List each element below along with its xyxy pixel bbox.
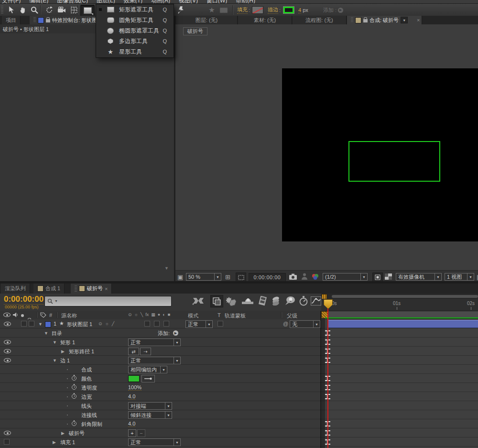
layer-mode-select[interactable]: 正常▼ (185, 320, 213, 328)
value-stroke-width[interactable]: 4.0 (128, 393, 135, 400)
motion-blur-icon[interactable] (242, 297, 253, 306)
layer-switch-icon[interactable]: ☼ (105, 321, 109, 326)
layer-switch-box[interactable] (144, 321, 150, 327)
stopwatch-icon[interactable] (72, 421, 76, 426)
expand-arrow[interactable]: ▶ (53, 440, 56, 445)
property-name-fill-1[interactable]: 填充 1 (60, 439, 75, 446)
menu-window[interactable]: 窗口(W) (206, 0, 227, 4)
parent-column-label[interactable]: 父级 (287, 312, 297, 319)
menu-file[interactable]: 文件(F) (2, 0, 21, 4)
color-pickwhip-button[interactable] (141, 375, 155, 382)
select-line-join[interactable]: 倾斜连接▼ (128, 411, 172, 419)
tab-comp1-timeline[interactable]: 合成 1 (33, 284, 65, 294)
property-name-rect-1[interactable]: 矩形 1 (60, 339, 75, 346)
comp-flowchart-icon[interactable] (192, 296, 205, 306)
select-rect-1[interactable]: 正常▼ (128, 339, 181, 346)
path-direction-button[interactable]: ⇢ (140, 348, 151, 355)
tab-render-queue[interactable]: 渲染队列 (1, 284, 30, 294)
auto-keyframe-icon[interactable] (299, 296, 308, 307)
property-name-line-cap[interactable]: 线头 (81, 403, 92, 410)
eye-toggle[interactable] (4, 322, 11, 326)
parent-pickwhip-icon[interactable]: @ (283, 321, 288, 327)
property-name-composite[interactable]: 合成 (81, 366, 92, 373)
fill-swatch[interactable] (252, 5, 263, 15)
menu-item-rect-tool[interactable]: 矩形遮罩工具 Q (96, 4, 174, 15)
zoom-select[interactable]: 50 %▼ (186, 273, 221, 281)
tab-layer-viewer[interactable]: 图层: (无) (176, 16, 238, 24)
menu-bar[interactable]: 文件(F) 编辑(E) 图像合成(C) 图层(L) 效果(T) 动画(A) 视图… (0, 0, 478, 4)
pan-behind-tool[interactable] (68, 5, 80, 15)
stroke-label[interactable]: 描边: (268, 5, 281, 15)
hand-tool[interactable] (17, 5, 29, 15)
channels-icon[interactable] (312, 273, 319, 281)
tab-dash-timeline[interactable]: 破折号 × (71, 284, 112, 294)
transparency-grid-icon[interactable] (385, 273, 392, 280)
selection-tool[interactable] (6, 5, 17, 15)
stroke-width-value[interactable]: 4 px (298, 5, 308, 15)
dash-add-button[interactable]: + (128, 429, 136, 437)
eye-toggle-off[interactable] (4, 439, 10, 445)
property-name-line-join[interactable]: 连接线 (81, 412, 97, 419)
graph-editor-icon[interactable] (311, 296, 321, 306)
menu-item-ellipse-tool[interactable]: 椭圆形遮罩工具 Q (96, 25, 174, 36)
rectangle-tool-button[interactable] (80, 5, 95, 16)
menu-animation[interactable]: 动画(A) (151, 0, 170, 4)
shy-layers-icon[interactable] (210, 295, 223, 307)
view-layout-select[interactable]: 1 视图▼ (445, 273, 474, 281)
menu-item-rounded-rect-tool[interactable]: 圆角矩形工具 Q (96, 15, 174, 25)
eye-toggle[interactable] (4, 349, 11, 353)
eye-toggle[interactable] (4, 358, 11, 362)
layer-switch-box[interactable] (163, 321, 169, 327)
color-swatch[interactable] (128, 375, 140, 382)
frame-blend-icon[interactable] (226, 296, 237, 307)
snapshot-camera-icon[interactable] (289, 273, 297, 281)
tab-menu-arrow[interactable]: ▼ (401, 17, 408, 23)
property-name-stroke-width[interactable]: 边宽 (81, 393, 92, 401)
puppet-pin-tool[interactable] (175, 5, 187, 15)
layer-expander[interactable]: ▼ (38, 322, 43, 327)
property-name-dashes[interactable]: 破折号 (69, 430, 85, 437)
property-name-stroke-1[interactable]: 边 1 (60, 357, 70, 364)
property-name-color[interactable]: 颜色 (81, 375, 92, 382)
tab-footage-viewer[interactable]: 素材: (无) (238, 16, 292, 24)
menu-view[interactable]: 视图(V) (179, 0, 198, 4)
layer-switch-icon[interactable]: ⊙ (98, 321, 102, 326)
select-composite[interactable]: 相同编组内▼ (128, 366, 167, 373)
stopwatch-icon[interactable] (72, 394, 76, 399)
menu-effect[interactable]: 效果(T) (124, 0, 142, 4)
work-area-bar[interactable] (325, 311, 478, 317)
mode-column-label[interactable]: 模式 (188, 312, 198, 319)
lock-icon[interactable] (363, 19, 368, 22)
layer-label-chip[interactable] (45, 321, 51, 328)
safe-margins-icon[interactable]: ⊞ (225, 273, 230, 281)
layer-name[interactable]: 形状图层 1 (67, 321, 92, 328)
film-strip-icon[interactable] (258, 296, 268, 307)
view-name-button[interactable]: 破折号 (183, 27, 207, 35)
tab-project[interactable]: 项目 (2, 16, 21, 24)
current-timecode[interactable]: 0:00:00:00 (4, 295, 43, 305)
viewer-timecode[interactable]: 0:00:00:00 (249, 273, 286, 282)
parent-select[interactable]: 无▼ (290, 320, 320, 328)
expand-arrow[interactable]: ▶ (61, 349, 65, 354)
track-matte-column-label[interactable]: 轨道蒙板 (225, 312, 246, 319)
select-line-cap[interactable]: 对接端▼ (128, 402, 172, 410)
property-name-contents[interactable]: 目录 (52, 330, 62, 337)
panel-grip[interactable] (33, 17, 36, 23)
shape-stroke-rectangle[interactable] (348, 141, 440, 182)
property-name-miter-limit[interactable]: 斜角限制 (81, 421, 102, 428)
solo-box[interactable] (21, 321, 27, 327)
cti-line[interactable] (327, 306, 328, 448)
toolbar-grip[interactable] (1, 6, 3, 14)
path-direction-button[interactable]: ⇄ (128, 348, 139, 355)
menu-layer[interactable]: 图层(L) (97, 0, 115, 4)
rotation-tool[interactable] (43, 5, 55, 15)
menu-item-polygon-tool[interactable]: 多边形工具 Q (96, 36, 174, 46)
add-shape-attribute-icon[interactable]: ▶ (173, 330, 178, 336)
timeline-h-scrollbar[interactable] (332, 295, 478, 298)
lock-icon[interactable] (46, 19, 50, 22)
value-miter-limit[interactable]: 4.0 (128, 421, 135, 427)
select-stroke-1[interactable]: 正常▼ (128, 357, 181, 364)
search-options-arrow[interactable]: ▼ (54, 299, 58, 303)
collapse-arrow[interactable]: ▼ (53, 358, 57, 363)
layer-switch-icon[interactable]: ╱ (112, 321, 114, 326)
